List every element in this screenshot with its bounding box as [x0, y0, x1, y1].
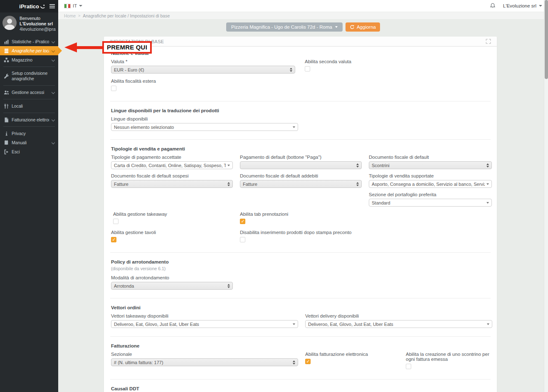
chevron-down-icon [52, 141, 54, 144]
section-heading: Tipologie di vendita e pagamenti [111, 146, 490, 151]
chevron-down-icon [52, 118, 54, 121]
vettori-delivery-multiselect[interactable]: Deliveroo, Eat, Glovo, Just Eat, Uber Ea… [305, 320, 492, 328]
select-stepper-icon [227, 182, 230, 186]
section-heading: Lingue disponibili per la traduzione dei… [111, 108, 490, 113]
file-invoice-icon [3, 117, 9, 123]
doc-sospesi-label: Documento fiscale di default sospesi [111, 173, 233, 178]
sidebar-item-locali[interactable]: Locali [0, 101, 58, 111]
fatt-elettronica-checkbox[interactable] [305, 359, 311, 364]
sezionale-label: Sezionale [111, 352, 298, 357]
fiscalita-estera-checkbox[interactable] [111, 86, 116, 91]
sidebar-item-statistiche[interactable]: Statistiche - iPratico eat [0, 37, 58, 46]
pagamento-accettate-multiselect[interactable]: Carta di Credito, Contanti, Online, Sati… [111, 161, 233, 169]
version-note: (disponibile da versione 6.1) [111, 266, 490, 271]
sidebar-item-privacy[interactable]: Privacy [0, 129, 58, 138]
sidebar-item-label: Anagrafiche per locale [12, 48, 49, 54]
app-logo[interactable]: iPratico [19, 3, 45, 10]
section-heading: Policy di arrotondamento [111, 259, 490, 264]
takeaway-checkbox[interactable] [113, 219, 118, 224]
tavoli-checkbox[interactable] [111, 237, 116, 242]
refresh-button[interactable]: Aggiorna [346, 22, 380, 32]
vendita-supportate-multiselect[interactable]: Asporto, Consegna a domicilio, Servizio … [369, 180, 492, 188]
app-logo-text: iPratico [19, 3, 39, 10]
user-info: Benvenuto L'Evoluzione srl 4levoluzione@… [20, 16, 56, 32]
notifications-bell-icon[interactable] [490, 3, 496, 9]
avatar[interactable] [2, 16, 17, 30]
preconto-label: Disabilita inserimento prodotti dopo sta… [240, 230, 373, 235]
vettori-delivery-value: Deliveroo, Eat, Glovo, Just Eat, Uber Ea… [308, 322, 485, 327]
arrotondamento-select[interactable]: Arrotonda [111, 282, 233, 290]
panel-body: Nazione e valuta Valuta * EUR - Euro (€)… [104, 47, 497, 392]
language-selector[interactable]: IT [64, 3, 82, 8]
account-name: L'Evoluzione srl [503, 3, 536, 8]
scontrino-per-fattura-checkbox[interactable] [406, 364, 411, 369]
sidebar-item-magazzino[interactable]: Magazzino [0, 55, 58, 64]
sidebar-item-fatturazione-elettronica[interactable]: Fatturazione elettronica [0, 115, 58, 124]
caret-down-icon [335, 26, 338, 28]
sidebar-item-label: Statistiche - iPratico eat [12, 39, 49, 44]
doc-sospesi-select[interactable]: Fatture [111, 180, 233, 188]
lingue-label: Lingue disponibili [111, 116, 490, 121]
tavoli-label: Abilita gestione tavoli [111, 230, 233, 235]
select-stepper-icon [486, 163, 489, 168]
lingue-multiselect[interactable]: Nessun elemento selezionato [111, 123, 298, 131]
divider [3, 99, 55, 99]
pagamento-accettate-label: Tipologie di pagamento accettate [111, 155, 233, 160]
breadcrumb-home-link[interactable]: Home [64, 13, 76, 18]
section-nazione-e-valuta: Nazione e valuta Valuta * EUR - Euro (€)… [110, 47, 491, 101]
user-panel: Benvenuto L'Evoluzione srl 4levoluzione@… [0, 12, 58, 36]
hamburger-menu-icon[interactable] [49, 4, 55, 8]
prenotazioni-label: Abilita tab prenotazioni [240, 212, 362, 217]
seconda-valuta-checkbox[interactable] [305, 66, 310, 71]
sidebar-item-label: Esci [12, 149, 55, 155]
chevron-down-icon [486, 202, 489, 204]
database-icon [3, 48, 9, 54]
valuta-select[interactable]: EUR - Euro (€) [111, 66, 295, 74]
refresh-icon [350, 25, 355, 30]
location-select-button[interactable]: Pizzeria Magnifica - Ugo de Carolis 72d … [226, 22, 343, 32]
scrollbar-track[interactable] [544, 0, 548, 392]
sidebar-item-setup-condivisione[interactable]: Setup condivisione anagrafiche [0, 69, 58, 83]
user-email: 4levoluzione@ipratico [20, 27, 56, 32]
breadcrumb: Home > Anagrafiche per locale / Impostaz… [58, 12, 548, 19]
section-fatturazione: Fatturazione Sezionale # (N. ultima fatt… [110, 336, 491, 379]
section-lingue: Lingue disponibili per la traduzione dei… [110, 101, 491, 139]
sidebar-item-esci[interactable]: Esci [0, 147, 58, 156]
language-label: IT [73, 3, 77, 8]
expand-icon[interactable] [486, 39, 491, 44]
section-arrotondamento: Policy di arrotondamento (disponibile da… [110, 252, 491, 298]
scontrino-per-fattura-label: Abilita la creazione di uno scontrino pe… [406, 352, 497, 362]
doc-fiscale-select[interactable]: Scontrini [369, 161, 492, 169]
fiscalita-estera-label: Abilita fiscalità estera [111, 79, 490, 84]
section-heading: Nazione e valuta [111, 51, 490, 56]
vettori-takeaway-multiselect[interactable]: Deliveroo, Eat, Glovo, Just Eat, Uber Ea… [111, 320, 298, 328]
wrench-icon [3, 74, 9, 79]
callout-arrow [64, 42, 103, 52]
vettori-takeaway-value: Deliveroo, Eat, Glovo, Just Eat, Uber Ea… [114, 322, 291, 327]
chevron-down-icon [293, 126, 295, 128]
divider [3, 67, 55, 67]
account-menu[interactable]: L'Evoluzione srl [503, 3, 542, 8]
sidebar-item-anagrafiche-per-locale[interactable]: Anagrafiche per locale [0, 46, 58, 55]
main-area: IT L'Evoluzione srl Home > Anagrafiche p… [58, 0, 548, 392]
toolbar: Pizzeria Magnifica - Ugo de Carolis 72d … [58, 19, 548, 32]
section-tipologie: Tipologie di vendita e pagamenti Tipolog… [110, 139, 491, 252]
user-greeting: Benvenuto [20, 16, 56, 21]
portafoglio-label: Sezione del portafoglio preferita [369, 192, 492, 197]
section-causali-ddt: Causali DDT Sezionale DDT [110, 379, 491, 392]
chevron-down-icon [52, 59, 54, 62]
lingue-multiselect-value: Nessun elemento selezionato [114, 125, 291, 130]
sezionale-select[interactable]: # (N. ultima fattura: 177) [111, 358, 298, 366]
doc-addebiti-select[interactable]: Fatture [240, 180, 362, 188]
users-icon [3, 90, 9, 95]
pagamento-default-select[interactable] [240, 161, 362, 169]
sidebar-item-label: Fatturazione elettronica [12, 117, 49, 123]
portafoglio-multiselect[interactable]: Standard [369, 199, 492, 207]
sidebar-item-label: Magazzino [12, 57, 49, 63]
sidebar-item-gestione-accessi[interactable]: Gestione accessi [0, 88, 58, 97]
preconto-checkbox[interactable] [240, 237, 245, 242]
prenotazioni-checkbox[interactable] [240, 219, 245, 224]
scrollbar-thumb[interactable] [545, 0, 548, 79]
sidebar-item-manuali[interactable]: Manuali [0, 138, 58, 147]
sidebar-logo-bar: iPratico [0, 0, 58, 12]
